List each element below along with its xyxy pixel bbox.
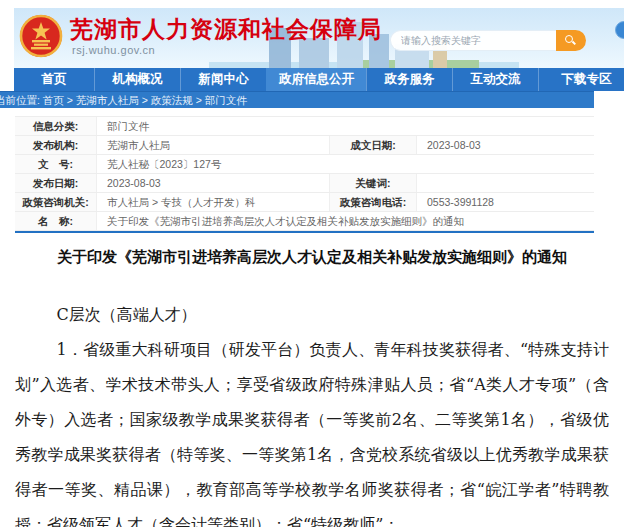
- issue-date-label: 成文日期:: [329, 136, 417, 154]
- search-input[interactable]: [390, 30, 556, 51]
- table-row: 文 号: 芜人社秘〔2023〕127号: [15, 155, 594, 174]
- policy-consult-agency-value: 市人社局 > 专技（人才开发）科: [97, 193, 329, 211]
- issuing-agency-label: 发布机构:: [15, 136, 97, 154]
- table-row: 政策咨询机关: 市人社局 > 专技（人才开发）科 政策咨询电话: 0553-39…: [15, 193, 594, 212]
- national-emblem-icon: [19, 14, 63, 58]
- table-row: 信息分类: 部门文件: [15, 117, 594, 136]
- nav-item-interaction[interactable]: 互动交流: [452, 68, 538, 91]
- table-row: 名 称: 关于印发《芜湖市引进培养高层次人才认定及相关补贴发放实施细则》的通知: [15, 212, 594, 231]
- accessibility-badge-icon[interactable]: [615, 21, 624, 39]
- paragraph-item-1: 1．省级重大科研项目（研发平台）负责人、青年科技奖获得者、“特殊支持计划”入选者…: [15, 332, 609, 527]
- table-row: 发布日期: 2023-08-03 关键词:: [15, 174, 594, 193]
- doc-number-label: 文 号:: [15, 155, 97, 173]
- breadcrumb[interactable]: 当前位置: 首页 > 芜湖市人社局 > 政策法规 > 部门文件: [0, 92, 247, 108]
- magnifier-icon: [565, 35, 573, 43]
- site-header: 芜湖市人力资源和社会保障局 rsj.wuhu.gov.cn: [14, 8, 624, 68]
- info-category-label: 信息分类:: [15, 117, 97, 135]
- policy-consult-agency-label: 政策咨询机关:: [15, 193, 97, 211]
- policy-consult-phone-value: 0553-3991128: [417, 193, 594, 211]
- nav-item-org-overview[interactable]: 机构概况: [94, 68, 180, 91]
- nav-item-home[interactable]: 首页: [14, 68, 94, 91]
- nav-item-gov-info-disclosure[interactable]: 政府信息公开: [266, 68, 366, 91]
- table-row: 发布机构: 芜湖市人社局 成文日期: 2023-08-03: [15, 136, 594, 155]
- page-title: 关于印发《芜湖市引进培养高层次人才认定及相关补贴发放实施细则》的通知: [15, 248, 609, 267]
- keywords-label: 关键词:: [329, 174, 417, 192]
- info-category-value: 部门文件: [97, 117, 594, 135]
- search-button[interactable]: [556, 30, 586, 51]
- issue-date-value: 2023-08-03: [417, 136, 594, 154]
- nav-item-gov-services[interactable]: 政务服务: [366, 68, 452, 91]
- table-bottom-divider: [15, 231, 594, 233]
- nav-item-downloads[interactable]: 下载专区: [538, 68, 624, 91]
- breadcrumb-bar: 当前位置: 首页 > 芜湖市人社局 > 政策法规 > 部门文件: [0, 91, 594, 108]
- doc-info-table: 信息分类: 部门文件 发布机构: 芜湖市人社局 成文日期: 2023-08-03…: [15, 116, 594, 231]
- article-body: C层次（高端人才） 1．省级重大科研项目（研发平台）负责人、青年科技奖获得者、“…: [15, 297, 609, 527]
- article: 关于印发《芜湖市引进培养高层次人才认定及相关补贴发放实施细则》的通知 C层次（高…: [0, 248, 624, 527]
- doc-title-label: 名 称:: [15, 212, 97, 230]
- site-title: 芜湖市人力资源和社会保障局: [70, 16, 382, 42]
- publish-date-label: 发布日期:: [15, 174, 97, 192]
- search-bar: [390, 30, 586, 51]
- issuing-agency-value: 芜湖市人社局: [97, 136, 329, 154]
- site-domain: rsj.wuhu.gov.cn: [72, 44, 382, 56]
- keywords-value: [417, 174, 594, 192]
- doc-number-value: 芜人社秘〔2023〕127号: [97, 155, 594, 173]
- nav-item-news-center[interactable]: 新闻中心: [180, 68, 266, 91]
- publish-date-value: 2023-08-03: [97, 174, 329, 192]
- main-nav: 首页 机构概况 新闻中心 政府信息公开 政务服务 互动交流 下载专区: [14, 68, 624, 91]
- policy-consult-phone-label: 政策咨询电话:: [329, 193, 417, 211]
- page: 芜湖市人力资源和社会保障局 rsj.wuhu.gov.cn 首页 机构概况 新闻…: [0, 0, 624, 527]
- doc-title-value: 关于印发《芜湖市引进培养高层次人才认定及相关补贴发放实施细则》的通知: [97, 212, 594, 230]
- paragraph-c-level: C层次（高端人才）: [15, 297, 609, 332]
